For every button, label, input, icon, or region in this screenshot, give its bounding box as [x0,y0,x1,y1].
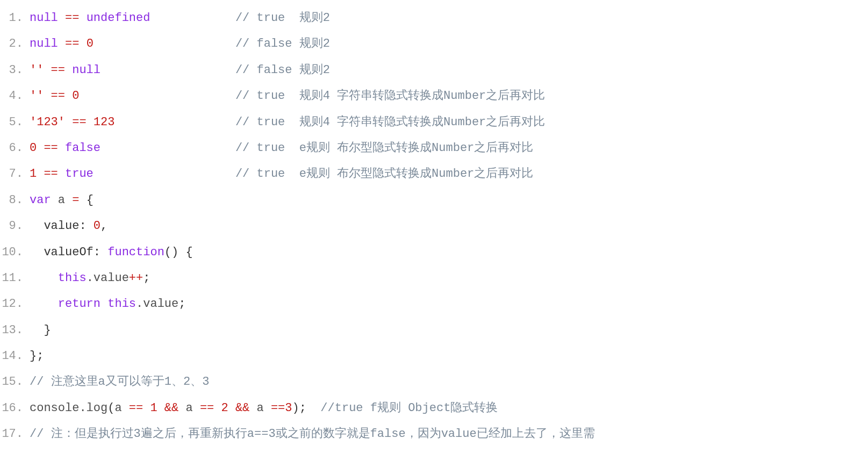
code-token: a [51,193,73,207]
code-token: // 注：但是执行过3遍之后，再重新执行a==3或之前的数字就是false，因为… [30,427,595,441]
code-token: // true e规则 布尔型隐式转换成Number之后再对比 [235,167,533,181]
code-token [101,63,235,77]
code-token: 1 [150,401,157,415]
code-line: 15.// 注意这里a又可以等于1、2、3 [0,369,868,395]
code-token [58,141,65,155]
code-content: '' == null // false 规则2 [30,58,868,83]
code-token: value [30,219,79,233]
code-token: : [79,219,86,233]
line-number: 1. [0,5,30,31]
line-number: 12. [0,291,30,317]
line-number: 16. [0,396,30,421]
code-token: '' [30,63,44,77]
code-token: a [249,401,271,415]
code-content: console.log(a == 1 && a == 2 && a ==3); … [30,396,868,421]
code-token: ( [107,401,114,415]
code-token: '123' [30,116,65,129]
code-token [178,246,185,259]
line-number: 2. [0,31,30,57]
code-token [228,401,235,415]
code-token: ++ [129,271,143,285]
code-token: undefined [87,11,150,25]
code-content: 1 == true // true e规则 布尔型隐式转换成Number之后再对… [30,161,868,187]
code-content: null == undefined // true 规则2 [30,5,868,31]
code-token: == [65,37,79,51]
line-number: 14. [0,343,30,369]
code-token [79,37,86,51]
code-token: 0 [94,219,101,233]
code-content: '123' == 123 // true 规则4 字符串转隐式转换成Number… [30,110,868,135]
code-token [87,219,94,233]
code-block: 1.null == undefined // true 规则22.null ==… [0,5,868,448]
code-token: == [200,401,214,415]
code-token: a [178,401,200,415]
code-content: 0 == false // true e规则 布尔型隐式转换成Number之后再… [30,135,868,161]
code-line: 8.var a = { [0,188,868,213]
code-token: ; [143,271,150,285]
code-token: // false 规则2 [235,37,330,51]
code-token: { [87,193,94,207]
code-token [79,11,86,25]
code-token: var [30,193,51,207]
code-token: // true e规则 布尔型隐式转换成Number之后再对比 [235,141,533,155]
line-number: 6. [0,135,30,161]
code-token [94,37,235,51]
code-line: 11. this.value++; [0,265,868,291]
code-token [157,401,164,415]
code-token [65,89,72,103]
code-line: 13. } [0,318,868,343]
code-token: ; [178,297,185,311]
code-line: 2.null == 0 // false 规则2 [0,31,868,57]
code-token [101,141,235,155]
code-token: a [114,401,128,415]
line-number: 17. [0,421,30,447]
code-line: 16.console.log(a == 1 && a == 2 && a ==3… [0,396,868,421]
code-token: this [58,271,87,285]
code-token [101,246,107,259]
code-line: 3.'' == null // false 规则2 [0,58,868,83]
code-token [94,167,235,181]
code-content: null == 0 // false 规则2 [30,31,868,57]
code-token: == [271,401,285,415]
code-content: '' == 0 // true 规则4 字符串转隐式转换成Number之后再对比 [30,83,868,109]
code-token: // 注意这里a又可以等于1、2、3 [30,375,209,389]
code-token: == [65,11,79,25]
code-content: valueOf: function() { [30,240,868,265]
code-token [150,11,235,25]
code-token [37,167,44,181]
code-token [30,297,58,311]
code-token: == [72,116,86,129]
line-number: 3. [0,58,30,83]
code-token [87,116,94,129]
code-token: // true 规则4 字符串转隐式转换成Number之后再对比 [235,116,545,129]
code-token: 0 [87,37,94,51]
code-token: ); [292,401,306,415]
line-number: 13. [0,318,30,343]
code-token [79,193,86,207]
code-token: () [164,246,178,259]
code-line: 7.1 == true // true e规则 布尔型隐式转换成Number之后… [0,161,868,187]
code-token: 0 [30,141,37,155]
code-token: == [51,89,65,103]
code-line: 9. value: 0, [0,213,868,239]
code-token [79,89,235,103]
code-line: 1.null == undefined // true 规则2 [0,5,868,31]
code-token: = [72,193,79,207]
code-token [101,297,107,311]
code-token [30,271,58,285]
code-content: var a = { [30,188,868,213]
code-content: value: 0, [30,213,868,239]
code-token [37,141,44,155]
code-token: , [101,219,107,233]
code-token: .log [79,401,107,415]
code-token: && [235,401,249,415]
code-token: .value [87,271,129,285]
line-number: 4. [0,83,30,109]
line-number: 9. [0,213,30,239]
code-token: 123 [94,116,115,129]
code-line: 14.}; [0,343,868,369]
code-token: == [44,141,58,155]
code-token [44,89,51,103]
code-token [143,401,150,415]
code-line: 5.'123' == 123 // true 规则4 字符串转隐式转换成Numb… [0,110,868,135]
